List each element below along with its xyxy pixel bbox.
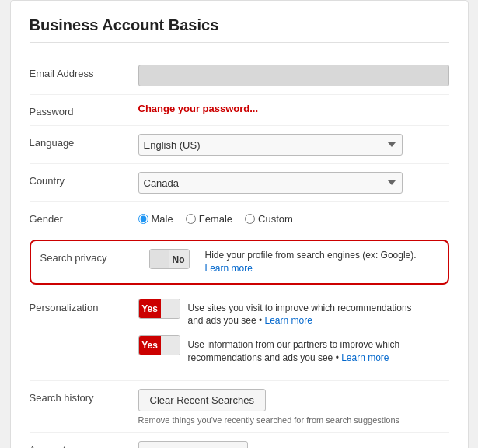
language-content: English (US) — [138, 134, 449, 156]
page-title: Business Account Basics — [30, 16, 449, 43]
gender-female-option[interactable]: Female — [186, 213, 232, 225]
personalization-text-2: Use information from our partners to imp… — [188, 335, 429, 365]
gender-male-radio[interactable] — [138, 214, 148, 224]
language-label: Language — [30, 134, 138, 149]
country-label: Country — [30, 172, 138, 187]
gender-male-label: Male — [152, 213, 173, 225]
toggle-inactive-2 — [161, 336, 180, 355]
search-privacy-content: No Hide your profile from search engines… — [149, 249, 438, 275]
clear-searches-button[interactable]: Clear Recent Searches — [138, 389, 266, 411]
search-privacy-learn-more[interactable]: Learn more — [205, 263, 253, 274]
personalization-row: Personalization Yes Use sites you visit … — [30, 291, 449, 381]
deactivate-account-button[interactable]: Deactivate Account — [138, 441, 248, 448]
search-history-hint: Remove things you've recently searched f… — [138, 415, 449, 425]
email-row: Email Address — [30, 57, 449, 95]
gender-custom-radio[interactable] — [245, 214, 255, 224]
search-privacy-row: Search privacy No Hide your profile from… — [30, 240, 449, 285]
personalization-text-1: Use sites you visit to improve which rec… — [188, 299, 429, 328]
yes-label-1: Yes — [139, 299, 161, 318]
gender-male-option[interactable]: Male — [138, 213, 173, 225]
personalization-toggle-1[interactable]: Yes — [138, 299, 180, 319]
search-history-row: Search history Clear Recent Searches Rem… — [30, 381, 449, 433]
account-label: Account — [30, 441, 138, 448]
gender-options: Male Female Custom — [138, 210, 449, 225]
search-privacy-label: Search privacy — [40, 249, 149, 264]
personalization-item-1: Yes Use sites you visit to improve which… — [138, 299, 449, 328]
gender-female-label: Female — [199, 213, 232, 225]
personalization-label: Personalization — [30, 299, 138, 313]
search-history-content: Clear Recent Searches Remove things you'… — [138, 389, 449, 425]
gender-row: Gender Male Female Custom — [30, 202, 449, 233]
email-label: Email Address — [30, 65, 138, 79]
personalization-learn-more-1[interactable]: Learn more — [264, 315, 312, 326]
account-row: Account Deactivate Account — [30, 433, 449, 448]
country-row: Country Canada — [30, 164, 449, 202]
gender-label: Gender — [30, 210, 138, 225]
language-row: Language English (US) — [30, 126, 449, 164]
password-row: Password Change your password... — [30, 95, 449, 126]
personalization-learn-more-2[interactable]: Learn more — [341, 352, 389, 363]
gender-custom-label: Custom — [258, 213, 293, 225]
personalization-content: Yes Use sites you visit to improve which… — [138, 299, 449, 373]
search-privacy-description: Hide your profile from search engines (e… — [205, 249, 438, 275]
email-input[interactable] — [138, 65, 449, 86]
password-label: Password — [30, 103, 138, 117]
gender-content: Male Female Custom — [138, 210, 449, 225]
settings-card: Business Account Basics Email Address Pa… — [10, 0, 469, 448]
toggle-left-side — [150, 250, 169, 269]
toggle-no-label: No — [169, 250, 189, 269]
toggle-inactive-1 — [161, 299, 180, 318]
search-history-label: Search history — [30, 389, 138, 404]
language-select[interactable]: English (US) — [138, 134, 403, 156]
search-privacy-toggle[interactable]: No — [149, 249, 190, 269]
email-content — [138, 65, 449, 86]
gender-custom-option[interactable]: Custom — [245, 213, 293, 225]
personalization-toggle-2[interactable]: Yes — [138, 335, 180, 355]
personalization-item-2: Yes Use information from our partners to… — [138, 335, 449, 365]
country-select[interactable]: Canada — [138, 172, 403, 194]
search-privacy-text: Hide your profile from search engines (e… — [205, 250, 417, 261]
gender-female-radio[interactable] — [186, 214, 196, 224]
account-content: Deactivate Account — [138, 441, 449, 448]
password-content: Change your password... — [138, 103, 449, 114]
country-content: Canada — [138, 172, 449, 194]
yes-label-2: Yes — [139, 336, 161, 355]
change-password-link[interactable]: Change your password... — [138, 103, 259, 114]
